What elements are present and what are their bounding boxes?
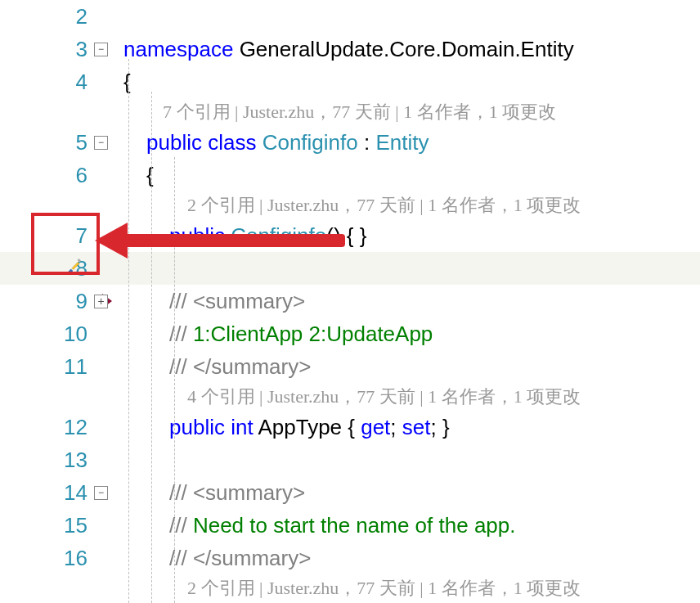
- quick-actions-icon[interactable]: [65, 258, 83, 279]
- codelens-row[interactable]: 2 个引用 | Juster.zhu，77 天前 | 1 名作者，1 项更改: [0, 574, 700, 602]
- code-line[interactable]: 5 − public class Configinfo : Entity: [0, 126, 700, 159]
- svg-rect-2: [78, 259, 82, 263]
- codelens-text[interactable]: 2 个引用 | Juster.zhu，77 天前 | 1 名作者，1 项更改: [123, 193, 581, 218]
- fold-toggle[interactable]: −: [94, 43, 108, 56]
- code-text: /// <summary>: [123, 482, 305, 503]
- line-number: 10: [64, 322, 94, 347]
- code-line[interactable]: 9 + /// <summary>: [0, 285, 700, 317]
- screwdriver-icon: [65, 258, 83, 276]
- line-number: 11: [64, 354, 94, 380]
- code-line[interactable]: 2: [0, 0, 700, 33]
- svg-rect-1: [72, 263, 79, 270]
- codelens-text[interactable]: 7 个引用 | Juster.zhu，77 天前 | 1 名作者，1 项更改: [123, 100, 556, 124]
- line-number: 4: [76, 70, 94, 95]
- line-number: 15: [64, 513, 94, 538]
- code-text: /// </summary>: [123, 547, 311, 569]
- code-line[interactable]: 16 /// </summary>: [0, 542, 700, 574]
- code-text: public int AppType { get; set; }: [123, 416, 450, 438]
- code-text: public class Configinfo : Entity: [123, 132, 429, 153]
- line-number: 12: [64, 415, 94, 440]
- code-line[interactable]: 13: [0, 443, 700, 476]
- code-line[interactable]: 14 − /// <summary>: [0, 476, 700, 509]
- code-line[interactable]: 12 public int AppType { get; set; }: [0, 411, 700, 443]
- line-number: 14: [64, 480, 94, 506]
- code-line[interactable]: 4 {: [0, 65, 700, 98]
- code-text: {: [123, 164, 154, 186]
- code-line[interactable]: 15 /// Need to start the name of the app…: [0, 509, 700, 542]
- svg-rect-0: [67, 269, 73, 275]
- code-text: /// </summary>: [123, 356, 311, 377]
- code-text: /// <summary>: [123, 290, 305, 312]
- line-number: 5: [76, 130, 94, 155]
- line-number: 6: [76, 163, 94, 188]
- fold-toggle[interactable]: −: [94, 136, 108, 150]
- code-text: public Configinfo() { }: [123, 225, 366, 246]
- code-editor[interactable]: 2 3 − namespace GeneralUpdate.Core.Domai…: [0, 0, 700, 603]
- codelens-row[interactable]: 4 个引用 | Juster.zhu，77 天前 | 1 名作者，1 项更改: [0, 383, 700, 411]
- code-text: /// Need to start the name of the app.: [123, 515, 515, 536]
- fold-toggle[interactable]: −: [94, 486, 108, 500]
- code-text: namespace GeneralUpdate.Core.Domain.Enti…: [123, 38, 574, 60]
- fold-toggle[interactable]: +: [94, 295, 108, 308]
- code-editor-viewport: 2 3 − namespace GeneralUpdate.Core.Domai…: [0, 0, 700, 603]
- code-text: /// 1:ClientApp 2:UpdateApp: [123, 323, 433, 344]
- codelens-text[interactable]: 2 个引用 | Juster.zhu，77 天前 | 1 名作者，1 项更改: [123, 576, 581, 601]
- code-line[interactable]: 3 − namespace GeneralUpdate.Core.Domain.…: [0, 33, 700, 65]
- codelens-row[interactable]: 7 个引用 | Juster.zhu，77 天前 | 1 名作者，1 项更改: [0, 98, 700, 126]
- line-number: 9: [76, 289, 94, 314]
- codelens-row[interactable]: 2 个引用 | Juster.zhu，77 天前 | 1 名作者，1 项更改: [0, 191, 700, 219]
- line-number: 3: [76, 37, 94, 62]
- line-number: 2: [76, 4, 94, 29]
- code-text: {: [123, 71, 131, 92]
- code-line[interactable]: 10 /// 1:ClientApp 2:UpdateApp: [0, 317, 700, 350]
- line-number: 16: [64, 546, 94, 571]
- code-line[interactable]: 7 public Configinfo() { }: [0, 219, 700, 252]
- line-number: 13: [64, 448, 94, 473]
- line-number: 7: [76, 223, 94, 249]
- codelens-text[interactable]: 4 个引用 | Juster.zhu，77 天前 | 1 名作者，1 项更改: [123, 385, 581, 409]
- code-line[interactable]: 11 /// </summary>: [0, 350, 700, 383]
- code-line[interactable]: 6 {: [0, 159, 700, 191]
- code-line-current[interactable]: 8: [0, 252, 700, 285]
